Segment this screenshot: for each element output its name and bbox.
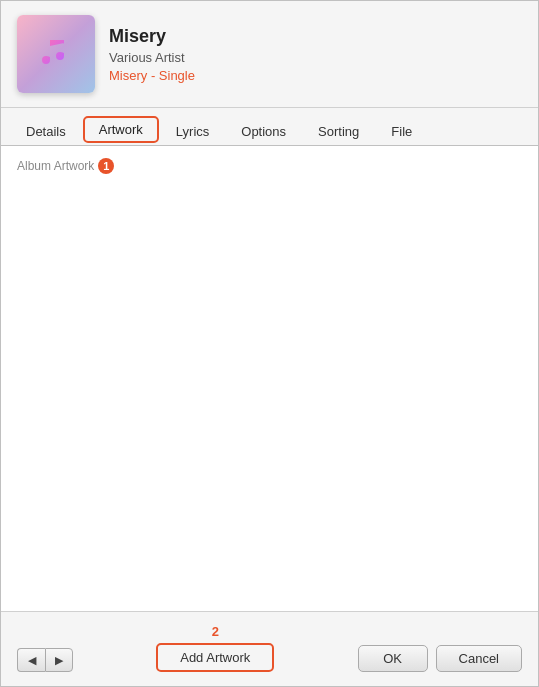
tab-options[interactable]: Options [226, 119, 301, 144]
tab-file[interactable]: File [376, 119, 427, 144]
tab-sorting[interactable]: Sorting [303, 119, 374, 144]
add-artwork-button[interactable]: Add Artwork [156, 643, 274, 672]
song-album: Misery - Single [109, 68, 195, 83]
tab-lyrics[interactable]: Lyrics [161, 119, 224, 144]
song-artist: Various Artist [109, 50, 195, 65]
song-info: Misery Various Artist Misery - Single [109, 26, 195, 83]
nav-buttons: ◀ ▶ [17, 648, 73, 672]
tab-bar: Details Artwork Lyrics Options Sorting F… [1, 108, 538, 146]
itunes-music-icon [34, 32, 78, 76]
album-art-thumbnail [17, 15, 95, 93]
footer-bar: ◀ ▶ 2 Add Artwork OK Cancel [1, 612, 538, 686]
step-number-badge: 2 [212, 624, 219, 639]
album-artwork-section-label: Album Artwork1 [17, 158, 522, 174]
artwork-count-badge: 1 [98, 158, 114, 174]
cancel-button[interactable]: Cancel [436, 645, 522, 672]
footer-right-buttons: OK Cancel [358, 645, 522, 672]
tab-artwork[interactable]: Artwork [83, 116, 159, 143]
next-button[interactable]: ▶ [45, 648, 73, 672]
ok-button[interactable]: OK [358, 645, 428, 672]
song-title: Misery [109, 26, 195, 47]
tab-details[interactable]: Details [11, 119, 81, 144]
footer-center: 2 Add Artwork [81, 624, 350, 672]
prev-button[interactable]: ◀ [17, 648, 45, 672]
content-area: Album Artwork1 [1, 146, 538, 612]
album-artwork-text: Album Artwork [17, 159, 94, 173]
song-header: Misery Various Artist Misery - Single [1, 1, 538, 108]
dialog-window: Misery Various Artist Misery - Single De… [0, 0, 539, 687]
artwork-display-area [17, 182, 522, 582]
